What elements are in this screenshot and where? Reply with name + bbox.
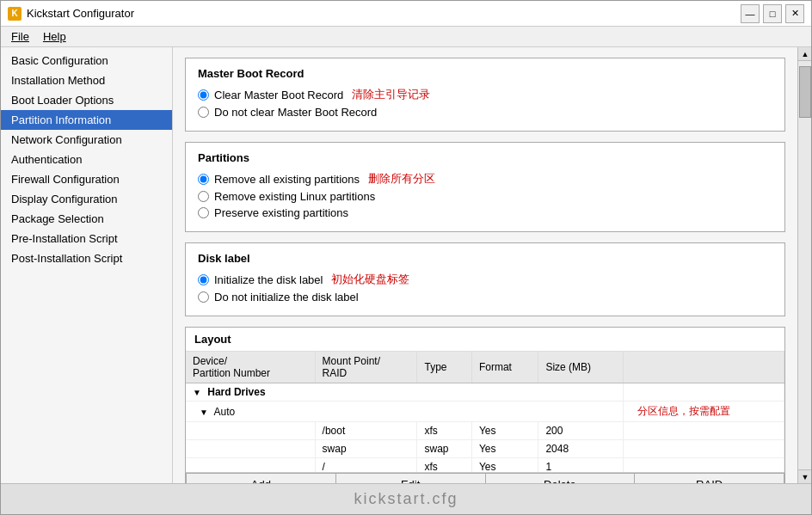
mbr-clear-label[interactable]: Clear Master Boot Record — [214, 89, 343, 101]
part-preserve-row: Preserve existing partitions — [198, 206, 772, 219]
part-remove-all-row: Remove all existing partitions 删除所有分区 — [198, 171, 772, 187]
title-controls: — □ ✕ — [741, 4, 804, 23]
sidebar-item-network-configuration[interactable]: Network Configuration — [1, 130, 172, 150]
col-size: Size (MB) — [538, 352, 623, 383]
delete-button[interactable]: Delete — [486, 473, 636, 483]
disk-no-init-row: Do not initialize the disk label — [198, 291, 772, 303]
minimize-button[interactable]: — — [741, 4, 760, 23]
table-row: ▼ Auto 分区信息，按需配置 — [186, 402, 784, 422]
mbr-clear-row: Clear Master Boot Record 清除主引导记录 — [198, 87, 772, 102]
boot-device — [186, 422, 315, 440]
main-content: Basic Configuration Installation Method … — [1, 47, 811, 483]
table-row[interactable]: / xfs Yes 1 — [186, 458, 784, 473]
sidebar-item-package-selection[interactable]: Package Selection — [1, 209, 172, 229]
master-boot-record-section: Master Boot Record Clear Master Boot Rec… — [185, 58, 785, 132]
table-row[interactable]: swap swap Yes 2048 — [186, 440, 784, 458]
part-remove-all-chinese: 删除所有分区 — [368, 171, 435, 187]
root-size: 1 — [538, 458, 623, 473]
swap-format: Yes — [471, 440, 538, 458]
disk-no-init-radio[interactable] — [198, 291, 209, 303]
mbr-no-clear-label[interactable]: Do not clear Master Boot Record — [214, 106, 377, 119]
boot-mount: /boot — [315, 422, 417, 440]
disk-label-section-title: Disk label — [198, 252, 772, 265]
swap-device — [186, 440, 315, 458]
sidebar: Basic Configuration Installation Method … — [1, 47, 173, 483]
mbr-section-title: Master Boot Record — [198, 67, 772, 80]
expand-icon: ▼ — [193, 388, 201, 397]
edit-button[interactable]: Edit — [336, 473, 486, 483]
part-remove-all-label[interactable]: Remove all existing partitions — [214, 173, 360, 186]
swap-note — [623, 440, 784, 458]
part-remove-linux-row: Remove existing Linux partitions — [198, 190, 772, 203]
sidebar-item-firewall-configuration[interactable]: Firewall Configuration — [1, 169, 172, 189]
disk-init-label[interactable]: Initialize the disk label — [214, 273, 323, 286]
sidebar-item-pre-installation-script[interactable]: Pre-Installation Script — [1, 229, 172, 248]
title-bar-left: K Kickstart Configurator — [8, 7, 134, 21]
col-mount: Mount Point/RAID — [315, 352, 417, 383]
boot-size: 200 — [538, 422, 623, 440]
mbr-clear-radio[interactable] — [198, 89, 209, 101]
main-window: K Kickstart Configurator — □ ✕ File Help… — [0, 0, 812, 515]
auto-label: Auto — [214, 406, 236, 418]
mbr-no-clear-row: Do not clear Master Boot Record — [198, 106, 772, 119]
footer-text: kickstart.cfg — [354, 490, 458, 508]
part-preserve-radio[interactable] — [198, 207, 209, 218]
mbr-no-clear-radio[interactable] — [198, 107, 209, 118]
auto-note: 分区信息，按需配置 — [623, 402, 784, 422]
swap-mount: swap — [315, 440, 417, 458]
partitions-section-title: Partitions — [198, 151, 772, 164]
app-icon: K — [8, 7, 22, 21]
boot-format: Yes — [471, 422, 538, 440]
sidebar-item-partition-information[interactable]: Partition Information — [1, 110, 172, 130]
part-remove-all-radio[interactable] — [198, 174, 209, 185]
menu-file[interactable]: File — [4, 28, 36, 45]
disk-init-row: Initialize the disk label 初始化硬盘标签 — [198, 272, 772, 287]
scroll-down-button[interactable]: ▼ — [798, 469, 811, 483]
col-device: Device/Partition Number — [186, 352, 315, 383]
disk-no-init-label[interactable]: Do not initialize the disk label — [214, 291, 359, 303]
boot-type: xfs — [417, 422, 471, 440]
title-bar: K Kickstart Configurator — □ ✕ — [1, 1, 811, 27]
raid-button[interactable]: RAID — [635, 473, 784, 483]
scrollbar-thumb[interactable] — [799, 66, 811, 118]
hard-drives-row: ▼ Hard Drives — [186, 383, 623, 402]
root-type: xfs — [417, 458, 471, 473]
auto-row: ▼ Auto — [186, 402, 623, 422]
root-mount: / — [315, 458, 417, 473]
part-remove-linux-radio[interactable] — [198, 191, 209, 202]
swap-size: 2048 — [538, 440, 623, 458]
mbr-clear-chinese: 清除主引导记录 — [352, 87, 430, 102]
layout-table-wrapper[interactable]: Device/Partition Number Mount Point/RAID… — [186, 352, 784, 472]
menu-help[interactable]: Help — [36, 28, 73, 45]
hard-drives-note — [623, 383, 784, 402]
part-remove-linux-label[interactable]: Remove existing Linux partitions — [214, 190, 375, 203]
sidebar-item-post-installation-script[interactable]: Post-Installation Script — [1, 248, 172, 268]
root-note — [623, 458, 784, 473]
sidebar-item-installation-method[interactable]: Installation Method — [1, 71, 172, 90]
root-device — [186, 458, 315, 473]
disk-init-radio[interactable] — [198, 274, 209, 285]
col-type: Type — [417, 352, 471, 383]
sidebar-item-boot-loader-options[interactable]: Boot Loader Options — [1, 90, 172, 110]
expand-icon: ▼ — [200, 408, 208, 417]
sidebar-item-authentication[interactable]: Authentication — [1, 150, 172, 169]
maximize-button[interactable]: □ — [763, 4, 782, 23]
boot-note — [623, 422, 784, 440]
footer: kickstart.cfg — [1, 483, 811, 514]
menu-bar: File Help — [1, 27, 811, 47]
layout-table: Device/Partition Number Mount Point/RAID… — [186, 352, 784, 472]
window-title: Kickstart Configurator — [27, 7, 134, 20]
col-format: Format — [471, 352, 538, 383]
layout-title: Layout — [186, 328, 784, 352]
scrollbar[interactable]: ▲ ▼ — [797, 47, 811, 483]
layout-button-row: Add Edit Delete RAID — [186, 472, 784, 483]
add-button[interactable]: Add — [186, 473, 336, 483]
hard-drives-label: Hard Drives — [207, 386, 265, 398]
table-row[interactable]: /boot xfs Yes 200 — [186, 422, 784, 440]
scroll-up-button[interactable]: ▲ — [798, 47, 811, 61]
sidebar-item-basic-configuration[interactable]: Basic Configuration — [1, 51, 172, 71]
close-button[interactable]: ✕ — [785, 4, 804, 23]
sidebar-item-display-configuration[interactable]: Display Configuration — [1, 189, 172, 209]
partitions-section: Partitions Remove all existing partition… — [185, 142, 785, 232]
part-preserve-label[interactable]: Preserve existing partitions — [214, 206, 348, 219]
